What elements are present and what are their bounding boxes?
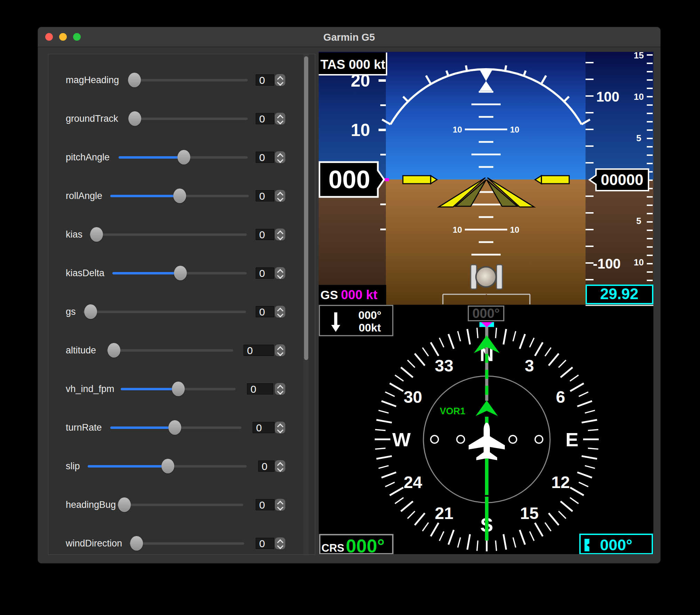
slider-track-11[interactable]	[117, 504, 243, 506]
spin-value-11[interactable]: 0	[256, 499, 275, 510]
slider-fill-3	[110, 195, 180, 197]
rose-label-W: W	[392, 429, 411, 450]
spin-stepper-5	[275, 267, 285, 279]
spin-value-12[interactable]: 0	[256, 538, 274, 549]
spin-down-12[interactable]	[275, 543, 285, 549]
hsi: N36E1215S2124W3033 VOR1	[319, 305, 653, 554]
spin-stepper-2	[275, 151, 285, 163]
slider-handle-3[interactable]	[173, 189, 186, 203]
spin-stepper-3	[275, 190, 285, 202]
spin-down-7[interactable]	[275, 350, 285, 356]
spin-value-10[interactable]: 0	[258, 461, 275, 472]
spin-value-4[interactable]: 0	[256, 229, 274, 240]
slider-label-9: turnRate	[66, 422, 102, 433]
svg-text:10: 10	[510, 225, 519, 234]
slider-track-7[interactable]	[107, 349, 233, 352]
spin-stepper-1	[275, 113, 285, 125]
rose-label-6: 6	[556, 388, 565, 406]
controls-panel: magHeading0groundTrack0pitchAngle0rollAn…	[48, 54, 315, 555]
slider-track-6[interactable]	[83, 311, 246, 313]
svg-text:10: 10	[634, 257, 644, 267]
slider-handle-6[interactable]	[84, 304, 97, 319]
slider-handle-9[interactable]	[168, 420, 181, 435]
heading-readout: 000°	[472, 306, 500, 321]
spin-stepper-11	[275, 499, 285, 511]
spin-value-3[interactable]: 0	[256, 190, 274, 201]
slider-label-7: altitude	[66, 345, 96, 356]
svg-text:10: 10	[510, 125, 519, 134]
slider-handle-4[interactable]	[90, 227, 103, 242]
attitude-indicator: 10 10 10 10	[319, 52, 653, 305]
slider-track-4[interactable]	[89, 233, 247, 236]
slider-handle-1[interactable]	[128, 111, 141, 126]
spin-value-0[interactable]: 0	[256, 74, 274, 86]
selected-heading-box[interactable]: 000°	[580, 534, 652, 554]
slider-handle-10[interactable]	[161, 459, 174, 473]
slider-track-0[interactable]	[128, 79, 248, 81]
slider-track-12[interactable]	[129, 542, 244, 545]
spin-down-4[interactable]	[275, 234, 285, 240]
svg-text:15: 15	[634, 52, 644, 61]
spin-value-9[interactable]: 0	[253, 422, 275, 433]
spin-down-0[interactable]	[275, 80, 285, 86]
spin-down-1[interactable]	[275, 119, 285, 125]
slider-label-8: vh_ind_fpm	[66, 383, 114, 394]
selected-heading-value: 000°	[600, 536, 632, 554]
slider-label-4: kias	[66, 229, 82, 240]
slider-handle-2[interactable]	[177, 150, 190, 165]
slider-label-0: magHeading	[66, 74, 119, 86]
airspeed-trend-tick	[385, 178, 389, 181]
wind-direction: 000°	[358, 309, 381, 321]
spin-down-5[interactable]	[275, 273, 285, 279]
rose-label-33: 33	[435, 357, 453, 375]
spin-down-8[interactable]	[275, 389, 285, 395]
spin-stepper-7	[275, 344, 285, 356]
altitude-readout: 00000	[601, 171, 643, 188]
slider-label-1: groundTrack	[66, 113, 118, 124]
rose-label-24: 24	[404, 473, 422, 492]
slider-handle-12[interactable]	[130, 536, 143, 551]
spin-value-1[interactable]: 0	[256, 113, 274, 124]
spin-stepper-8	[275, 383, 285, 395]
slider-handle-11[interactable]	[118, 497, 131, 512]
wind-speed: 00kt	[359, 321, 381, 334]
slider-handle-8[interactable]	[172, 382, 185, 396]
airspeed-tick-10: 10	[351, 120, 370, 140]
svg-text:5: 5	[636, 133, 641, 143]
slider-handle-0[interactable]	[128, 73, 141, 87]
spin-down-10[interactable]	[275, 466, 285, 472]
spin-value-2[interactable]: 0	[256, 152, 274, 163]
slider-track-1[interactable]	[128, 118, 248, 120]
slider-label-2: pitchAngle	[66, 152, 110, 163]
altitude-label-upper: 100	[596, 89, 620, 104]
svg-text:10: 10	[453, 125, 462, 134]
nav-source-label: VOR1	[440, 406, 466, 416]
rose-label-3: 3	[525, 357, 534, 375]
spin-down-9[interactable]	[275, 428, 285, 433]
spin-value-8[interactable]: 0	[247, 383, 273, 394]
gs-label: GS	[320, 288, 338, 302]
spin-down-2[interactable]	[275, 157, 285, 163]
slider-label-10: slip	[66, 461, 80, 472]
spin-value-7[interactable]: 0	[244, 345, 274, 356]
spin-down-11[interactable]	[275, 505, 285, 511]
title-bar[interactable]: Garmin G5	[38, 27, 660, 47]
slider-handle-7[interactable]	[108, 343, 120, 358]
svg-text:5: 5	[636, 216, 641, 226]
spin-stepper-6	[275, 306, 285, 318]
spin-value-6[interactable]: 0	[256, 306, 274, 317]
slider-handle-5[interactable]	[174, 266, 187, 280]
rose-label-21: 21	[435, 504, 453, 522]
window-title: Garmin G5	[38, 32, 660, 43]
spin-value-5[interactable]: 0	[256, 267, 274, 279]
scrollbar-thumb[interactable]	[304, 56, 308, 360]
spin-down-6[interactable]	[275, 312, 285, 318]
rose-label-E: E	[565, 429, 578, 450]
svg-text:10: 10	[453, 225, 462, 234]
rose-label-30: 30	[404, 388, 422, 406]
slider-label-3: rollAngle	[66, 190, 102, 201]
altitude-label-lower: -100	[593, 256, 621, 271]
crs-label: CRS	[321, 542, 344, 554]
spin-down-3[interactable]	[275, 196, 285, 202]
heading-bug[interactable]	[479, 322, 494, 327]
